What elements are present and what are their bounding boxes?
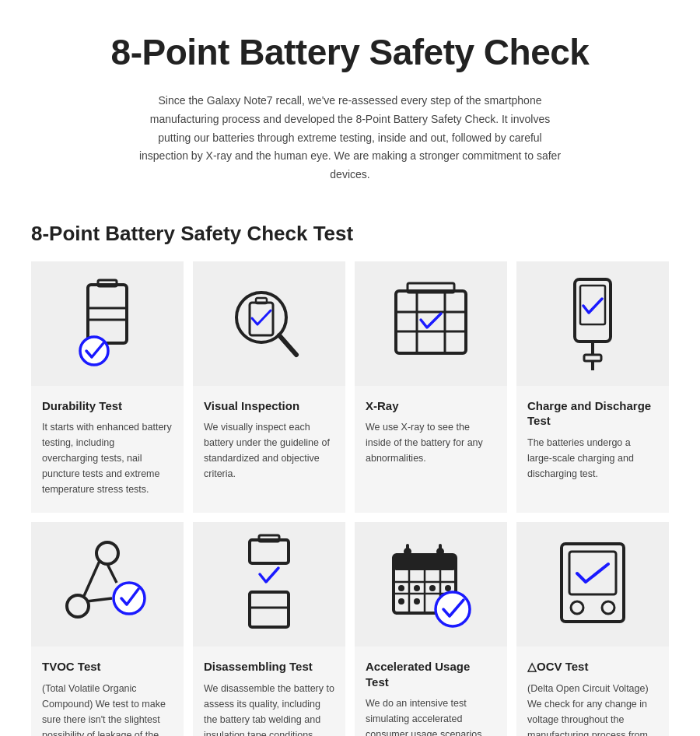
card-charge-desc: The batteries undergo a large-scale char…	[527, 435, 658, 482]
svg-rect-29	[250, 592, 289, 627]
card-xray-desc: We use X-ray to see the inside of the ba…	[366, 419, 496, 466]
svg-line-25	[107, 564, 117, 583]
card-charge: Charge and Discharge Test The batteries …	[516, 261, 669, 513]
cards-row-2: TVOC Test (Total Volatile Organic Compou…	[31, 522, 669, 736]
card-ocv-desc: (Delta Open Circuit Voltage) We check fo…	[527, 681, 658, 736]
card-disassemble-title: Disassembling Test	[204, 659, 334, 675]
page-title: 8-Point Battery Safety Check	[31, 31, 669, 73]
svg-point-43	[414, 585, 420, 591]
card-ocv: △OCV Test (Delta Open Circuit Voltage) W…	[516, 522, 669, 736]
card-tvoc-title: TVOC Test	[42, 659, 173, 675]
card-disassemble-icon-area	[193, 522, 345, 647]
card-accelerated: Accelerated Usage Test We do an intensiv…	[355, 522, 507, 736]
svg-point-44	[429, 585, 436, 591]
card-xray-icon-area	[355, 261, 507, 386]
svg-point-52	[602, 601, 614, 614]
card-xray-title: X-Ray	[366, 398, 496, 414]
svg-point-46	[398, 598, 404, 605]
svg-rect-32	[394, 555, 456, 570]
card-tvoc: TVOC Test (Total Volatile Organic Compou…	[31, 522, 184, 736]
card-accelerated-desc: We do an intensive test simulating accel…	[366, 696, 496, 736]
svg-point-23	[114, 583, 145, 614]
section-title: 8-Point Battery Safety Check Test	[31, 222, 669, 246]
svg-point-22	[67, 595, 89, 617]
card-durability: Durability Test It starts with enhanced …	[31, 261, 184, 513]
card-durability-title: Durability Test	[42, 398, 173, 414]
svg-point-48	[436, 592, 470, 626]
svg-rect-27	[250, 540, 289, 563]
card-visual-desc: We visually inspect each battery under t…	[204, 419, 334, 482]
svg-point-47	[414, 598, 420, 605]
ocv-icon	[550, 538, 635, 631]
xray-icon	[388, 277, 474, 370]
svg-rect-0	[88, 285, 127, 343]
tvoc-icon	[61, 538, 154, 631]
card-accelerated-title: Accelerated Usage Test	[366, 659, 496, 689]
card-visual: Visual Inspection We visually inspect ea…	[193, 261, 345, 513]
card-disassemble-desc: We disassemble the battery to assess its…	[204, 681, 334, 736]
svg-point-21	[96, 542, 118, 564]
card-charge-icon-area	[516, 261, 669, 386]
card-ocv-icon-area	[516, 522, 669, 647]
svg-rect-18	[584, 355, 601, 361]
svg-line-6	[279, 335, 296, 355]
durability-icon	[65, 277, 150, 370]
disassemble-icon	[230, 534, 308, 635]
svg-rect-8	[256, 298, 267, 303]
card-ocv-title: △OCV Test	[527, 659, 658, 675]
card-xray: X-Ray We use X-ray to see the inside of …	[355, 261, 507, 513]
charge-icon	[558, 273, 628, 374]
card-visual-title: Visual Inspection	[204, 398, 334, 414]
card-charge-title: Charge and Discharge Test	[527, 398, 658, 429]
visual-icon	[222, 277, 316, 370]
accelerated-icon	[384, 538, 478, 631]
svg-line-24	[84, 561, 100, 596]
card-accelerated-icon-area	[355, 522, 507, 647]
card-durability-desc: It starts with enhanced battery testing,…	[42, 419, 173, 497]
svg-point-4	[80, 337, 108, 365]
card-durability-icon-area	[31, 261, 184, 386]
svg-line-26	[86, 598, 112, 601]
svg-point-42	[398, 585, 404, 591]
card-disassemble: Disassembling Test We disassemble the ba…	[193, 522, 345, 736]
card-tvoc-desc: (Total Volatile Organic Compound) We tes…	[42, 681, 173, 736]
cards-row-1: Durability Test It starts with enhanced …	[31, 261, 669, 513]
intro-text: Since the Galaxy Note7 recall, we've re-…	[132, 92, 568, 184]
svg-point-51	[571, 601, 583, 614]
svg-point-45	[445, 585, 451, 591]
card-visual-icon-area	[193, 261, 345, 386]
card-tvoc-icon-area	[31, 522, 184, 647]
